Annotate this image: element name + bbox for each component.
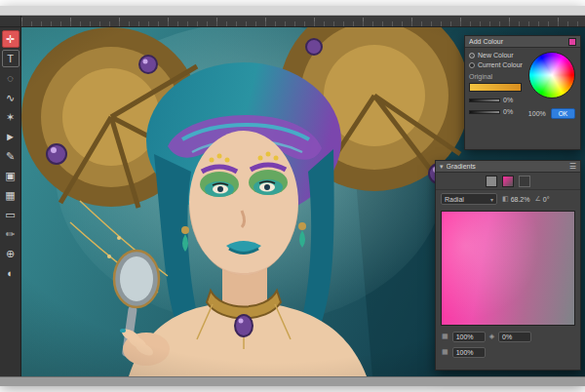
statusbar — [0, 376, 585, 386]
pencil-icon: ✏ — [6, 229, 15, 240]
gradients-panel-title: Gradients — [447, 163, 566, 170]
pencil-tool[interactable]: ✏ — [2, 225, 20, 243]
desktop: ✛ T ◌ ∿ ✶ ► ✎ ▣ ▦ ▭ ✏ ⊕ ◐ — [0, 0, 585, 392]
ruler-corner — [0, 16, 21, 27]
swatch-icon: ◐ — [7, 268, 14, 279]
slider-track — [469, 110, 500, 114]
option-current-colour[interactable]: Current Colour — [469, 61, 524, 68]
eraser-icon: ▭ — [5, 210, 15, 220]
gradient-opacity-value: 68.2% — [511, 196, 530, 203]
zoom-tool[interactable]: ⊕ — [2, 245, 20, 262]
brush-icon: ✎ — [6, 151, 15, 162]
gradients-panel: ▾ Gradients ☰ Radial ▾ ◧ 68.2% ∠ — [435, 160, 581, 371]
type-icon: T — [7, 54, 14, 64]
grid-tool[interactable]: ▦ — [2, 186, 20, 204]
swatch-gradient[interactable] — [502, 176, 514, 187]
type-tool[interactable]: T — [2, 50, 20, 67]
opacity-stop-icon: ▦ — [442, 333, 448, 340]
option-new-colour[interactable]: New Colour — [469, 52, 524, 59]
lasso-tool[interactable]: ∿ — [2, 89, 20, 106]
radio-icon — [469, 53, 475, 59]
stop-opacity-field[interactable]: 100% — [452, 332, 486, 342]
stamp-icon: ▣ — [5, 171, 15, 181]
magenta-color-chip[interactable] — [568, 38, 576, 46]
gradient-options-row: Radial ▾ ◧ 68.2% ∠ 0° — [436, 190, 580, 208]
fill-opacity-field[interactable]: 100% — [452, 347, 486, 358]
zoom-icon: ⊕ — [6, 249, 15, 259]
tool-palette: ✛ T ◌ ∿ ✶ ► ✎ ▣ ▦ ▭ ✏ ⊕ ◐ — [0, 27, 21, 386]
marquee-tool[interactable]: ◌ — [2, 69, 20, 87]
app-window: ✛ T ◌ ∿ ✶ ► ✎ ▣ ▦ ▭ ✏ ⊕ ◐ — [0, 6, 585, 386]
opacity-value: 100% — [528, 110, 546, 117]
opacity-icon: ◧ — [502, 195, 509, 203]
option-current-colour-label: Current Colour — [478, 61, 523, 68]
panel-menu-icon[interactable]: ☰ — [569, 162, 576, 171]
arrow-tool[interactable]: ► — [2, 128, 20, 145]
collapse-chevron-icon[interactable]: ▾ — [440, 163, 444, 171]
hue-slider[interactable]: 0% — [469, 97, 524, 103]
fill-mode-row — [436, 173, 580, 190]
swatch-solid[interactable] — [486, 176, 497, 187]
gradient-preview[interactable] — [441, 211, 575, 326]
original-label: Original — [469, 73, 524, 80]
option-new-colour-label: New Colour — [478, 52, 514, 59]
fill-opacity-icon: ▦ — [442, 348, 448, 356]
saturation-slider[interactable]: 0% — [469, 108, 524, 115]
wand-tool[interactable]: ✶ — [2, 108, 20, 126]
original-color-swatch[interactable] — [469, 83, 522, 92]
swatch-none[interactable] — [519, 176, 530, 187]
lasso-icon: ∿ — [6, 93, 15, 103]
location-icon: ◈ — [489, 333, 494, 340]
stop-location-field[interactable]: 0% — [498, 332, 531, 342]
gradient-opacity[interactable]: ◧ 68.2% — [502, 195, 529, 203]
arrow-icon: ► — [5, 132, 16, 142]
chevron-down-icon: ▾ — [490, 196, 493, 203]
stamp-tool[interactable]: ▣ — [2, 167, 20, 184]
move-tool[interactable]: ✛ — [2, 30, 20, 48]
gradient-angle-value: 0° — [543, 196, 550, 203]
eraser-tool[interactable]: ▭ — [2, 206, 20, 223]
gradient-angle[interactable]: ∠ 0° — [534, 195, 549, 203]
saturation-value: 0% — [503, 108, 513, 115]
ok-button[interactable]: OK — [551, 108, 575, 119]
gradient-stop-row: ▦ 100% ◈ 0% — [436, 329, 580, 344]
titlebar[interactable] — [0, 6, 585, 16]
radio-icon — [469, 62, 475, 68]
fill-opacity-row: ▦ 100% — [436, 344, 580, 360]
wand-icon: ✶ — [6, 112, 15, 123]
grid-icon: ▦ — [5, 190, 15, 201]
color-wheel[interactable] — [528, 52, 575, 98]
color-picker-panel: Add Colour New Colour Current Colour Ori… — [464, 35, 581, 150]
gradient-type-dropdown[interactable]: Radial ▾ — [441, 193, 497, 205]
hue-value: 0% — [503, 97, 513, 103]
move-icon: ✛ — [6, 34, 15, 45]
swatch-tool[interactable]: ◐ — [2, 264, 20, 282]
slider-track — [469, 98, 500, 102]
angle-icon: ∠ — [534, 195, 540, 203]
gradient-type-value: Radial — [445, 196, 464, 203]
marquee-icon: ◌ — [7, 73, 14, 84]
color-panel-title: Add Colour — [469, 38, 566, 45]
brush-tool[interactable]: ✎ — [2, 147, 20, 165]
horizontal-ruler — [21, 16, 585, 27]
